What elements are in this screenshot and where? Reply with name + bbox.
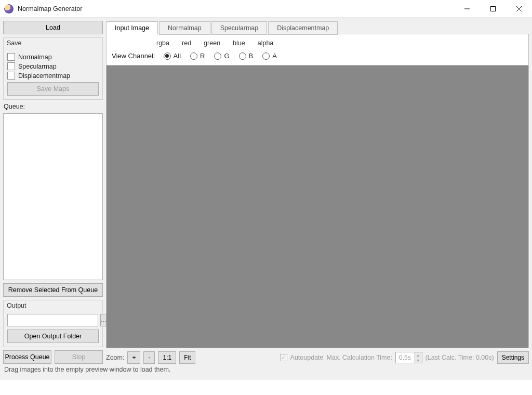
tab-normalmap[interactable]: Normalmap [159,21,210,35]
hdr-green: green [204,40,220,47]
tab-input-image[interactable]: Input Image [106,21,158,35]
radio-icon [239,52,246,60]
right-pane: Input Image Normalmap Specularmap Displa… [106,21,529,364]
maximize-button[interactable] [480,0,506,17]
hdr-rgba: rgba [156,40,169,47]
zoom-in-button[interactable]: + [127,351,140,364]
last-calc-label: (Last Calc. Time: 0.00s) [425,354,494,361]
output-path-input[interactable] [7,314,98,326]
max-calc-value: 0,5s [396,354,414,361]
view-channel-label: View Channel: [112,52,155,60]
queue-list[interactable] [3,113,103,280]
max-calc-spinner[interactable]: 0,5s ▲ ▼ [395,352,422,363]
titlebar: Normalmap Generator [0,0,532,18]
client-area: Load Save Normalmap Specularmap Displace… [0,18,532,380]
svg-rect-0 [491,6,496,11]
radio-label: B [249,52,254,60]
radio-r[interactable]: R [190,52,205,60]
radio-icon [214,52,221,60]
channel-headers: rgba red green blue alpha [112,40,523,47]
open-output-folder-button[interactable]: Open Output Folder [7,330,99,343]
spin-down-icon[interactable]: ▼ [415,358,422,363]
spin-up-icon[interactable]: ▲ [415,352,422,358]
window-title: Normalmap Generator [18,5,82,12]
checkbox-icon [7,62,15,70]
max-calc-label: Max. Calculation Time: [327,354,392,361]
radio-icon [164,52,171,60]
radio-icon [262,52,270,60]
radio-label: All [174,52,181,60]
output-group-label: Output [7,302,26,309]
view-channel-row: View Channel: All R G [112,52,523,60]
status-text: Drag images into the empty preview windo… [4,366,170,373]
autoupdate-checkbox[interactable] [280,354,287,361]
hdr-blue: blue [233,40,245,47]
tab-displacementmap[interactable]: Displacementmap [268,21,338,35]
stop-button[interactable]: Stop [55,350,103,364]
browse-output-button[interactable]: ... [100,314,107,326]
radio-all[interactable]: All [164,52,181,60]
save-check-label: Displacementmap [18,72,70,80]
queue-label: Queue: [3,103,103,110]
save-check-label: Normalmap [18,54,52,61]
save-check-specularmap[interactable]: Specularmap [7,62,99,70]
save-group: Save Normalmap Specularmap Displacementm… [3,37,103,100]
minimize-button[interactable] [454,0,480,17]
checkbox-icon [7,53,15,61]
hdr-alpha: alpha [258,40,274,47]
save-check-normalmap[interactable]: Normalmap [7,53,99,61]
zoom-11-button[interactable]: 1:1 [158,351,176,364]
zoom-out-button[interactable]: - [143,351,155,364]
input-image-panel: rgba red green blue alpha View Channel: … [106,34,529,65]
hdr-red: red [182,40,191,47]
load-button[interactable]: Load [3,21,103,34]
zoom-label: Zoom: [106,354,124,361]
tabs-row: Input Image Normalmap Specularmap Displa… [106,21,529,34]
window-controls [454,0,532,17]
save-check-displacementmap[interactable]: Displacementmap [7,72,99,80]
radio-b[interactable]: B [239,52,254,60]
preview-area[interactable] [106,65,529,348]
settings-button[interactable]: Settings [497,351,529,364]
autoupdate-label: Autoupdate [290,354,324,361]
process-queue-button[interactable]: Process Queue [3,350,51,364]
radio-label: G [224,52,229,60]
save-maps-button[interactable]: Save Maps [7,82,99,96]
close-button[interactable] [506,0,532,17]
radio-a[interactable]: A [262,52,277,60]
remove-from-queue-button[interactable]: Remove Selected From Queue [3,283,103,297]
save-group-label: Save [7,40,22,47]
sidebar: Load Save Normalmap Specularmap Displace… [3,21,103,364]
statusbar: Drag images into the empty preview windo… [3,364,529,375]
radio-icon [190,52,197,60]
save-check-label: Specularmap [18,63,57,70]
bottom-toolbar: Zoom: + - 1:1 Fit Autoupdate Max. Calcul… [106,348,529,364]
radio-g[interactable]: G [214,52,229,60]
radio-label: R [200,52,205,60]
tab-specularmap[interactable]: Specularmap [211,21,268,35]
radio-label: A [272,52,277,60]
output-group: Output ... Open Output Folder [3,300,103,347]
zoom-fit-button[interactable]: Fit [179,351,195,364]
checkbox-icon [7,72,15,80]
app-icon [4,4,14,14]
